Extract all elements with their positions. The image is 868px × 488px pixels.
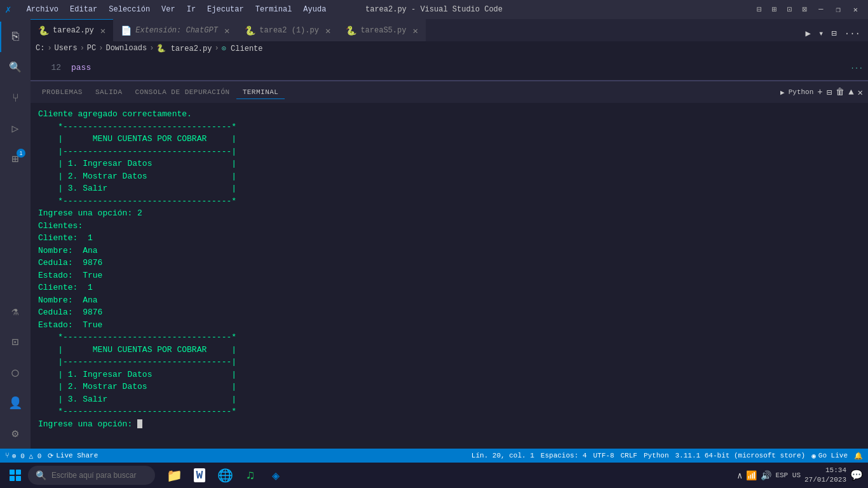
activity-account[interactable]: 👤: [0, 388, 31, 418]
bell-icon: 🔔: [854, 452, 863, 460]
split-terminal-icon[interactable]: ⊟: [827, 87, 832, 98]
split-editor-button[interactable]: ⊟: [829, 25, 839, 41]
plus-icon[interactable]: +: [817, 87, 822, 97]
tray-volume[interactable]: 🔊: [761, 470, 771, 481]
terminal-output[interactable]: Cliente agregado correctamente. *-------…: [31, 103, 868, 449]
close-button[interactable]: ✕: [848, 3, 863, 17]
run-dropdown[interactable]: ▾: [816, 25, 826, 41]
python-version[interactable]: 3.11.1 64-bit (microsoft store): [675, 452, 806, 459]
activity-explorer[interactable]: ⎘: [0, 22, 31, 52]
status-right: Lín. 20, col. 1 Espacios: 4 UTF-8 CRLF P…: [471, 452, 863, 460]
window-title: tarea2.py - Visual Studio Code: [365, 5, 503, 14]
git-branch[interactable]: ⑂ ⊗ 0 △ 0: [5, 452, 41, 460]
line-ending[interactable]: CRLF: [621, 452, 637, 459]
language-label: Python: [644, 452, 669, 459]
go-live-button[interactable]: ◉ Go Live: [811, 452, 848, 460]
taskbar-search[interactable]: 🔍: [28, 466, 155, 485]
minimize-button[interactable]: ─: [813, 3, 828, 17]
more-actions-button[interactable]: ···: [842, 26, 863, 41]
menu-archivo[interactable]: Archivo: [22, 4, 64, 15]
breadcrumb-file[interactable]: 🐍 tarea2.py: [156, 44, 212, 53]
tab-close-chatgpt[interactable]: ✕: [224, 25, 229, 36]
cursor-position[interactable]: Lín. 20, col. 1: [471, 452, 534, 459]
tab-close-tarea5[interactable]: ✕: [412, 25, 417, 36]
terminal-line: | 2. Mostrar Datos |: [38, 170, 860, 183]
panel-tab-terminal[interactable]: TERMINAL: [236, 86, 285, 99]
activity-settings[interactable]: ⚙: [0, 418, 31, 449]
panel-tab-problemas[interactable]: PROBLEMAS: [36, 86, 89, 98]
activity-openai[interactable]: ◯: [0, 357, 31, 388]
activity-source-control[interactable]: ⑂: [0, 83, 31, 113]
panel: PROBLEMAS SALIDA CONSOLA DE DEPURACIÓN T…: [31, 81, 868, 449]
tab-tarea2-1[interactable]: 🐍 tarea2 (1).py ✕: [237, 19, 338, 41]
menu-ejecutar[interactable]: Ejecutar: [202, 4, 249, 15]
action-center-icon[interactable]: 💬: [850, 469, 863, 482]
clock-date: 27/01/2023: [804, 475, 846, 485]
close-panel-icon[interactable]: ✕: [858, 87, 863, 98]
tray-network[interactable]: 📶: [746, 470, 757, 481]
tab-bar: 🐍 tarea2.py ✕ 📄 Extensión: ChatGPT ✕ 🐍 t…: [31, 19, 868, 41]
terminal-line: Cliente: 1: [38, 281, 860, 294]
panel-tab-consola[interactable]: CONSOLA DE DEPURACIÓN: [129, 86, 236, 98]
panel-tab-salida[interactable]: SALIDA: [89, 86, 129, 98]
encoding-label: UTF-8: [593, 452, 614, 459]
activity-search[interactable]: 🔍: [0, 52, 31, 83]
taskbar-spotify[interactable]: ♫: [239, 464, 262, 487]
maximize-panel-icon[interactable]: ▲: [848, 87, 853, 97]
errors-count: ⊗ 0 △ 0: [12, 452, 41, 460]
tab-chatgpt[interactable]: 📄 Extensión: ChatGPT ✕: [113, 19, 237, 41]
breadcrumb-downloads[interactable]: Downloads: [105, 44, 147, 53]
menu-ir[interactable]: Ir: [182, 4, 201, 15]
tab-close-tarea2[interactable]: ✕: [100, 25, 105, 36]
activity-test[interactable]: ⚗: [0, 296, 31, 327]
code-line: 12 pass ···: [31, 55, 868, 81]
tray-language[interactable]: ESP US: [775, 471, 801, 479]
language-mode[interactable]: Python: [644, 452, 669, 459]
menu-editar[interactable]: Editar: [65, 4, 102, 15]
encoding[interactable]: UTF-8: [593, 452, 614, 459]
tab-close-tarea2-1[interactable]: ✕: [325, 25, 330, 36]
menu-ayuda[interactable]: Ayuda: [298, 4, 331, 15]
titlebar-left: ✗ Archivo Editar Selección Ver Ir Ejecut…: [5, 3, 331, 16]
panel-tabs: PROBLEMAS SALIDA CONSOLA DE DEPURACIÓN T…: [31, 81, 868, 103]
tray-chevron[interactable]: ∧: [737, 470, 742, 481]
start-button[interactable]: [5, 465, 25, 485]
taskbar-vscode[interactable]: ◈: [264, 464, 287, 487]
tab-tarea5[interactable]: 🐍 tareaS5.py ✕: [338, 19, 425, 41]
panel-controls: ▶ Python + ⊟ 🗑 ▲ ✕: [780, 87, 863, 98]
restore-button[interactable]: ❐: [831, 3, 846, 17]
breadcrumb-users[interactable]: Users: [55, 44, 78, 53]
terminal-line: | 3. Salir |: [38, 182, 860, 195]
breadcrumb-c[interactable]: C:: [36, 44, 44, 53]
live-share-button[interactable]: ⟳ Live Share: [48, 452, 98, 460]
activity-run-debug[interactable]: ▷: [0, 113, 31, 144]
system-clock[interactable]: 15:34 27/01/2023: [804, 466, 846, 485]
terminal-line: | 1. Ingresar Datos |: [38, 369, 860, 381]
clock-time: 15:34: [804, 466, 846, 475]
terminal-line: *----------------------------------*: [38, 121, 860, 133]
terminal-line: | 3. Salir |: [38, 393, 860, 406]
terminal-line: |----------------------------------|: [38, 146, 860, 158]
tab-tarea2[interactable]: 🐍 tarea2.py ✕: [31, 19, 113, 41]
taskbar-file-explorer[interactable]: 📁: [163, 464, 186, 487]
terminal-line: *----------------------------------*: [38, 331, 860, 344]
run-button[interactable]: ▶: [803, 25, 813, 41]
vscode-logo: ✗: [5, 3, 11, 16]
taskbar-word[interactable]: W: [188, 464, 211, 487]
menu-terminal[interactable]: Terminal: [250, 4, 297, 15]
menu-ver[interactable]: Ver: [156, 4, 180, 15]
trash-icon[interactable]: 🗑: [836, 87, 844, 97]
indentation[interactable]: Espacios: 4: [541, 452, 587, 459]
breadcrumb-pc[interactable]: PC: [87, 44, 96, 53]
menu-seleccion[interactable]: Selección: [104, 4, 155, 15]
activity-extensions[interactable]: ⊞: [0, 144, 31, 174]
notification-bell[interactable]: 🔔: [854, 452, 863, 460]
taskbar-chrome[interactable]: 🌐: [214, 464, 236, 487]
terminal-line: | MENU CUENTAS POR COBRAR |: [38, 344, 860, 356]
terminal-line: Ingrese una opción: 2: [38, 207, 860, 220]
breadcrumb-class[interactable]: ⊙ Cliente: [222, 44, 263, 53]
activity-remote[interactable]: ⊡: [0, 327, 31, 357]
editor-area: 🐍 tarea2.py ✕ 📄 Extensión: ChatGPT ✕ 🐍 t…: [31, 19, 868, 449]
ext-icon: 📄: [121, 25, 132, 36]
taskbar-search-input[interactable]: [51, 471, 140, 480]
